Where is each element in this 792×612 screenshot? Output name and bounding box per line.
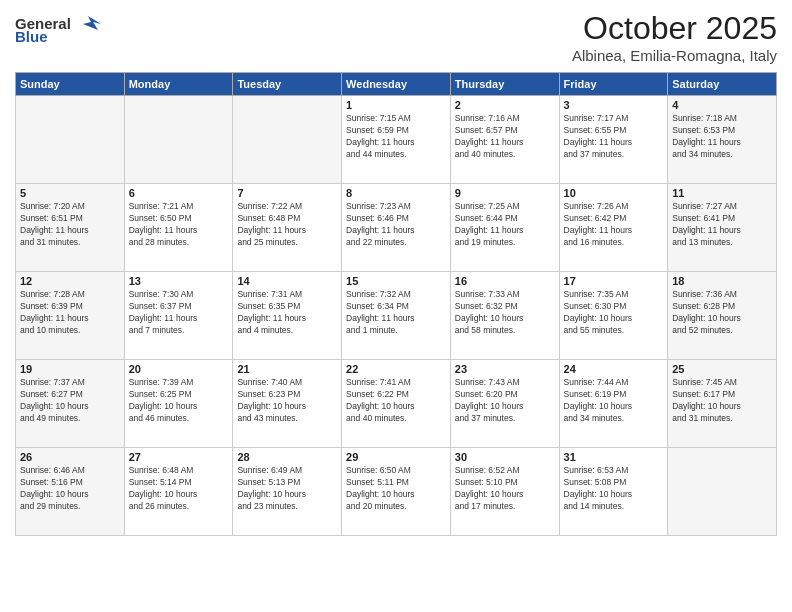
calendar-week-row: 1Sunrise: 7:15 AM Sunset: 6:59 PM Daylig…: [16, 96, 777, 184]
table-row: 9Sunrise: 7:25 AM Sunset: 6:44 PM Daylig…: [450, 184, 559, 272]
logo: General Blue: [15, 10, 103, 45]
day-info: Sunrise: 7:35 AM Sunset: 6:30 PM Dayligh…: [564, 289, 664, 337]
day-number: 1: [346, 99, 446, 111]
table-row: 24Sunrise: 7:44 AM Sunset: 6:19 PM Dayli…: [559, 360, 668, 448]
day-info: Sunrise: 7:39 AM Sunset: 6:25 PM Dayligh…: [129, 377, 229, 425]
day-info: Sunrise: 6:53 AM Sunset: 5:08 PM Dayligh…: [564, 465, 664, 513]
table-row: 3Sunrise: 7:17 AM Sunset: 6:55 PM Daylig…: [559, 96, 668, 184]
table-row: 27Sunrise: 6:48 AM Sunset: 5:14 PM Dayli…: [124, 448, 233, 536]
table-row: 1Sunrise: 7:15 AM Sunset: 6:59 PM Daylig…: [342, 96, 451, 184]
day-info: Sunrise: 7:17 AM Sunset: 6:55 PM Dayligh…: [564, 113, 664, 161]
day-info: Sunrise: 7:20 AM Sunset: 6:51 PM Dayligh…: [20, 201, 120, 249]
logo-bird-icon: [73, 14, 103, 32]
calendar-week-row: 26Sunrise: 6:46 AM Sunset: 5:16 PM Dayli…: [16, 448, 777, 536]
day-info: Sunrise: 7:44 AM Sunset: 6:19 PM Dayligh…: [564, 377, 664, 425]
day-number: 15: [346, 275, 446, 287]
day-number: 29: [346, 451, 446, 463]
table-row: 14Sunrise: 7:31 AM Sunset: 6:35 PM Dayli…: [233, 272, 342, 360]
header-wednesday: Wednesday: [342, 73, 451, 96]
day-number: 28: [237, 451, 337, 463]
table-row: 28Sunrise: 6:49 AM Sunset: 5:13 PM Dayli…: [233, 448, 342, 536]
table-row: 31Sunrise: 6:53 AM Sunset: 5:08 PM Dayli…: [559, 448, 668, 536]
table-row: 30Sunrise: 6:52 AM Sunset: 5:10 PM Dayli…: [450, 448, 559, 536]
day-info: Sunrise: 7:31 AM Sunset: 6:35 PM Dayligh…: [237, 289, 337, 337]
header-saturday: Saturday: [668, 73, 777, 96]
calendar-week-row: 12Sunrise: 7:28 AM Sunset: 6:39 PM Dayli…: [16, 272, 777, 360]
day-info: Sunrise: 7:18 AM Sunset: 6:53 PM Dayligh…: [672, 113, 772, 161]
day-info: Sunrise: 6:52 AM Sunset: 5:10 PM Dayligh…: [455, 465, 555, 513]
header-thursday: Thursday: [450, 73, 559, 96]
day-number: 7: [237, 187, 337, 199]
day-info: Sunrise: 7:33 AM Sunset: 6:32 PM Dayligh…: [455, 289, 555, 337]
table-row: [668, 448, 777, 536]
day-number: 19: [20, 363, 120, 375]
day-number: 27: [129, 451, 229, 463]
header-tuesday: Tuesday: [233, 73, 342, 96]
table-row: 2Sunrise: 7:16 AM Sunset: 6:57 PM Daylig…: [450, 96, 559, 184]
table-row: 20Sunrise: 7:39 AM Sunset: 6:25 PM Dayli…: [124, 360, 233, 448]
header-friday: Friday: [559, 73, 668, 96]
table-row: 19Sunrise: 7:37 AM Sunset: 6:27 PM Dayli…: [16, 360, 125, 448]
table-row: 13Sunrise: 7:30 AM Sunset: 6:37 PM Dayli…: [124, 272, 233, 360]
table-row: 15Sunrise: 7:32 AM Sunset: 6:34 PM Dayli…: [342, 272, 451, 360]
table-row: 25Sunrise: 7:45 AM Sunset: 6:17 PM Dayli…: [668, 360, 777, 448]
header: General Blue October 2025 Albinea, Emili…: [15, 10, 777, 64]
table-row: 18Sunrise: 7:36 AM Sunset: 6:28 PM Dayli…: [668, 272, 777, 360]
svg-marker-0: [83, 16, 101, 30]
day-info: Sunrise: 6:49 AM Sunset: 5:13 PM Dayligh…: [237, 465, 337, 513]
day-number: 2: [455, 99, 555, 111]
day-info: Sunrise: 7:41 AM Sunset: 6:22 PM Dayligh…: [346, 377, 446, 425]
calendar-week-row: 5Sunrise: 7:20 AM Sunset: 6:51 PM Daylig…: [16, 184, 777, 272]
day-number: 10: [564, 187, 664, 199]
day-number: 14: [237, 275, 337, 287]
day-number: 8: [346, 187, 446, 199]
table-row: [16, 96, 125, 184]
calendar-table: Sunday Monday Tuesday Wednesday Thursday…: [15, 72, 777, 536]
header-monday: Monday: [124, 73, 233, 96]
day-info: Sunrise: 7:40 AM Sunset: 6:23 PM Dayligh…: [237, 377, 337, 425]
table-row: 17Sunrise: 7:35 AM Sunset: 6:30 PM Dayli…: [559, 272, 668, 360]
day-info: Sunrise: 7:43 AM Sunset: 6:20 PM Dayligh…: [455, 377, 555, 425]
day-number: 9: [455, 187, 555, 199]
day-number: 31: [564, 451, 664, 463]
page: General Blue October 2025 Albinea, Emili…: [0, 0, 792, 612]
logo-blue: Blue: [15, 28, 48, 45]
day-info: Sunrise: 7:27 AM Sunset: 6:41 PM Dayligh…: [672, 201, 772, 249]
header-sunday: Sunday: [16, 73, 125, 96]
day-info: Sunrise: 7:32 AM Sunset: 6:34 PM Dayligh…: [346, 289, 446, 337]
day-number: 30: [455, 451, 555, 463]
day-info: Sunrise: 7:36 AM Sunset: 6:28 PM Dayligh…: [672, 289, 772, 337]
month-title: October 2025: [572, 10, 777, 47]
table-row: 12Sunrise: 7:28 AM Sunset: 6:39 PM Dayli…: [16, 272, 125, 360]
day-info: Sunrise: 7:45 AM Sunset: 6:17 PM Dayligh…: [672, 377, 772, 425]
day-info: Sunrise: 7:22 AM Sunset: 6:48 PM Dayligh…: [237, 201, 337, 249]
table-row: 16Sunrise: 7:33 AM Sunset: 6:32 PM Dayli…: [450, 272, 559, 360]
day-info: Sunrise: 7:28 AM Sunset: 6:39 PM Dayligh…: [20, 289, 120, 337]
day-info: Sunrise: 7:15 AM Sunset: 6:59 PM Dayligh…: [346, 113, 446, 161]
day-info: Sunrise: 6:46 AM Sunset: 5:16 PM Dayligh…: [20, 465, 120, 513]
title-block: October 2025 Albinea, Emilia-Romagna, It…: [572, 10, 777, 64]
day-number: 4: [672, 99, 772, 111]
table-row: [124, 96, 233, 184]
day-info: Sunrise: 7:26 AM Sunset: 6:42 PM Dayligh…: [564, 201, 664, 249]
day-number: 12: [20, 275, 120, 287]
day-number: 25: [672, 363, 772, 375]
day-number: 16: [455, 275, 555, 287]
day-info: Sunrise: 6:48 AM Sunset: 5:14 PM Dayligh…: [129, 465, 229, 513]
table-row: 23Sunrise: 7:43 AM Sunset: 6:20 PM Dayli…: [450, 360, 559, 448]
day-info: Sunrise: 7:37 AM Sunset: 6:27 PM Dayligh…: [20, 377, 120, 425]
calendar-week-row: 19Sunrise: 7:37 AM Sunset: 6:27 PM Dayli…: [16, 360, 777, 448]
day-number: 23: [455, 363, 555, 375]
day-number: 21: [237, 363, 337, 375]
calendar-header-row: Sunday Monday Tuesday Wednesday Thursday…: [16, 73, 777, 96]
location-title: Albinea, Emilia-Romagna, Italy: [572, 47, 777, 64]
day-number: 18: [672, 275, 772, 287]
table-row: 6Sunrise: 7:21 AM Sunset: 6:50 PM Daylig…: [124, 184, 233, 272]
table-row: 8Sunrise: 7:23 AM Sunset: 6:46 PM Daylig…: [342, 184, 451, 272]
table-row: 5Sunrise: 7:20 AM Sunset: 6:51 PM Daylig…: [16, 184, 125, 272]
table-row: 21Sunrise: 7:40 AM Sunset: 6:23 PM Dayli…: [233, 360, 342, 448]
day-number: 20: [129, 363, 229, 375]
day-info: Sunrise: 7:23 AM Sunset: 6:46 PM Dayligh…: [346, 201, 446, 249]
table-row: 10Sunrise: 7:26 AM Sunset: 6:42 PM Dayli…: [559, 184, 668, 272]
day-number: 26: [20, 451, 120, 463]
